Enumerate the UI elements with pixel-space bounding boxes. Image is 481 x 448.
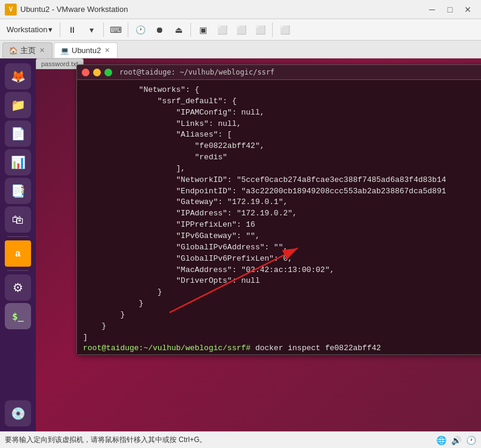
t-line-5: "Aliases": [	[83, 129, 481, 141]
t-line-3: "IPAMConfig": null,	[83, 107, 481, 119]
t-line-23: ]	[83, 332, 481, 344]
t-line-11: "Gateway": "172.19.0.1",	[83, 197, 481, 208]
title-controls: ─ □ ✕	[424, 3, 476, 16]
snapshot-button[interactable]: 🕐	[131, 22, 149, 38]
sidebar-app-software[interactable]: 🛍	[5, 206, 31, 233]
sidebar-app-amazon[interactable]: a	[5, 240, 31, 267]
tab-ubuntu2-label: Ubuntu2	[72, 46, 101, 55]
title-left: V Ubuntu2 - VMware Workstation	[5, 4, 128, 16]
tab-home[interactable]: 🏠 主页 ✕	[2, 42, 53, 58]
t-line-prompt: root@taiduge:~/vulhub/weblogic/ssrf# doc…	[83, 343, 481, 354]
tab-home-label: 主页	[20, 45, 36, 56]
toolbar-separator-4	[190, 23, 191, 37]
terminal-content[interactable]: "Networks": { "ssrf_default": { "IPAMCon…	[77, 80, 481, 354]
maximize-button[interactable]: □	[442, 3, 458, 16]
toolbar-separator-2	[103, 23, 104, 37]
t-line-1: "Networks": {	[83, 85, 481, 96]
pause-dropdown[interactable]: ▾	[82, 22, 100, 38]
t-line-10: "EndpointID": "a3c22200cb18949208ccc553a…	[83, 186, 481, 197]
t-line-22: }	[83, 321, 481, 332]
t-line-21: }	[83, 310, 481, 321]
sidebar-divider-1	[7, 236, 29, 237]
t-line-8: ],	[83, 163, 481, 175]
t-line-17: "MacAddress": "02:42:ac:13:00:02",	[83, 265, 481, 276]
status-hint-text: 要将输入定向到该虚拟机，请将鼠标指针移入其中或按 Ctrl+G。	[5, 435, 206, 445]
t-line-6: "fe0822abff42",	[83, 141, 481, 152]
network-status-icon: 🌐	[436, 435, 446, 445]
sidebar-app-files[interactable]: 📁	[5, 92, 31, 118]
t-line-2: "ssrf_default": {	[83, 96, 481, 107]
ubuntu-sidebar: 🦊 📁 📄 📊 📑 🛍 a ⚙ $_ 💿	[0, 58, 36, 431]
title-bar: V Ubuntu2 - VMware Workstation ─ □ ✕	[0, 0, 481, 19]
toolbar-separator-3	[128, 23, 128, 37]
t-line-18: "DriverOpts": null	[83, 276, 481, 287]
close-button[interactable]: ✕	[460, 3, 476, 16]
workstation-dropdown-icon: ▾	[48, 25, 53, 34]
t-line-19: }	[83, 287, 481, 298]
t-line-9: "NetworkID": "5ccef0cacb274a8fcae3ec388f…	[83, 175, 481, 186]
vm-display[interactable]: password.txt root@taiduge: ~/vulhub/webl…	[36, 58, 481, 431]
ubuntu-icon: 💻	[60, 47, 69, 55]
toolbar-separator-1	[60, 23, 60, 37]
sidebar-app-settings[interactable]: ⚙	[5, 274, 31, 301]
terminal-minimize-button[interactable]	[93, 69, 101, 76]
vm-area: 🦊 📁 📄 📊 📑 🛍 a ⚙ $_ 💿 password.txt root@	[0, 58, 481, 431]
unity-button[interactable]: ⬜	[232, 22, 250, 38]
toolbar-separator-5	[272, 23, 273, 37]
t-line-13: "IPPrefixLen": 16	[83, 220, 481, 231]
t-line-4: "Links": null,	[83, 119, 481, 130]
sidebar-app-terminal[interactable]: $_	[5, 303, 31, 329]
pause-button[interactable]: ⏸	[63, 22, 81, 38]
audio-status-icon: 🔊	[451, 435, 461, 445]
snapshot3-button[interactable]: ⏏	[169, 22, 187, 38]
view-button[interactable]: ▣	[194, 22, 212, 38]
clock-status-icon: 🕐	[466, 435, 476, 445]
tab-ubuntu2[interactable]: 💻 Ubuntu2 ✕	[54, 42, 118, 58]
t-line-16: "GlobalIPv6PrefixLen": 0,	[83, 254, 481, 265]
tab-home-close[interactable]: ✕	[38, 46, 46, 55]
toolbar: Workstation ▾ ⏸ ▾ ⌨ 🕐 ⏺ ⏏ ▣ ⬜ ⬜ ⬜ ⬜	[0, 19, 481, 41]
snapshot2-button[interactable]: ⏺	[150, 22, 168, 38]
t-line-20: }	[83, 298, 481, 310]
fullscreen-button[interactable]: ⬜	[213, 22, 231, 38]
terminal-maximize-button[interactable]	[104, 69, 112, 76]
t-line-12: "IPAddress": "172.19.0.2",	[83, 208, 481, 220]
status-right: 🌐 🔊 🕐	[436, 435, 476, 445]
sidebar-app-impress[interactable]: 📑	[5, 178, 31, 204]
sidebar-divider-2	[7, 270, 29, 271]
vmware-icon: V	[5, 4, 17, 16]
terminal-title-text: root@taiduge: ~/vulhub/weblogic/ssrf	[119, 68, 275, 76]
t-line-15: "GlobalIPv6Address": "",	[83, 242, 481, 254]
t-line-14: "IPv6Gateway": "",	[83, 231, 481, 242]
status-bar: 要将输入定向到该虚拟机，请将鼠标指针移入其中或按 Ctrl+G。 🌐 🔊 🕐	[0, 431, 481, 448]
sidebar-app-calc[interactable]: 📊	[5, 149, 31, 175]
t-line-7: "redis"	[83, 152, 481, 163]
terminal-window[interactable]: root@taiduge: ~/vulhub/weblogic/ssrf "Ne…	[76, 64, 481, 355]
workstation-label: Workstation	[7, 25, 47, 34]
send-ctrl-alt-del[interactable]: ⌨	[107, 22, 125, 38]
tab-ubuntu2-close[interactable]: ✕	[103, 46, 111, 55]
sidebar-app-writer[interactable]: 📄	[5, 121, 31, 147]
minimize-button[interactable]: ─	[424, 3, 440, 16]
status-hint: 要将输入定向到该虚拟机，请将鼠标指针移入其中或按 Ctrl+G。	[5, 435, 206, 445]
tabs-bar: 🏠 主页 ✕ 💻 Ubuntu2 ✕	[0, 41, 481, 58]
autofit-button[interactable]: ⬜	[276, 22, 294, 38]
home-icon: 🏠	[9, 47, 18, 55]
sidebar-app-dvd[interactable]: 💿	[5, 400, 31, 427]
terminal-titlebar: root@taiduge: ~/vulhub/weblogic/ssrf	[77, 65, 481, 80]
workstation-menu[interactable]: Workstation ▾	[2, 22, 57, 37]
sidebar-app-firefox[interactable]: 🦊	[5, 63, 31, 89]
stretch-button[interactable]: ⬜	[251, 22, 269, 38]
window-title: Ubuntu2 - VMware Workstation	[20, 5, 128, 14]
terminal-close-button[interactable]	[82, 69, 90, 76]
